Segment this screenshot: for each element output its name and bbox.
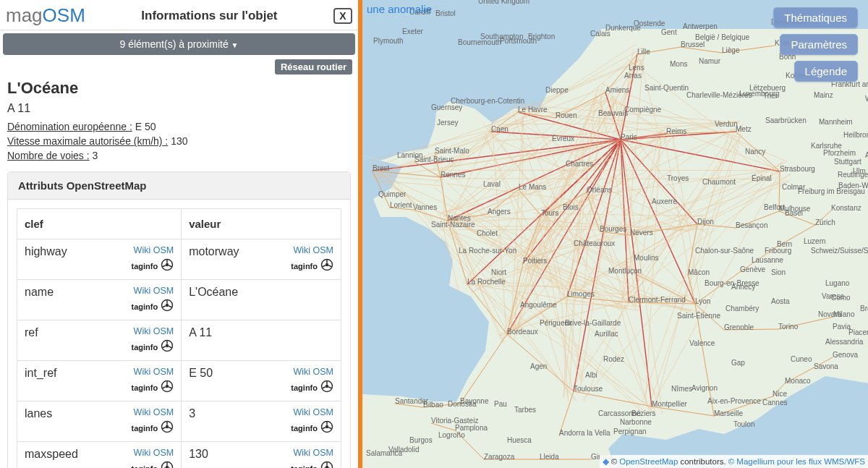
city-label: Troyes xyxy=(667,174,689,182)
wiki-osm-link[interactable]: Wiki OSM xyxy=(293,245,333,255)
app-logo[interactable]: magOSM xyxy=(6,4,85,27)
card-header[interactable]: Attributs OpenStreetMap xyxy=(8,172,350,200)
city-label: Poitiers xyxy=(523,257,547,265)
city-label: Gent xyxy=(661,28,677,36)
city-label: Montluçon xyxy=(608,267,642,275)
city-label: Grenoble xyxy=(724,323,754,331)
map-viewport[interactable]: ParisBordeauxToulouseNantesRennesBrestCa… xyxy=(362,0,868,468)
city-label: Nancy xyxy=(745,148,765,156)
city-label: Aix-en-Provence xyxy=(707,397,761,405)
taginfo-link[interactable]: taginfo xyxy=(291,424,318,433)
magellium-link[interactable]: © Magellium pour les flux WMS/WFS xyxy=(728,457,865,466)
close-button[interactable]: X xyxy=(333,8,352,24)
wiki-osm-link[interactable]: Wiki OSM xyxy=(134,407,174,417)
layer-badge: Réseau routier xyxy=(275,59,352,75)
steering-wheel-icon[interactable] xyxy=(320,420,333,435)
city-label: Évreux xyxy=(552,134,574,142)
legend-button[interactable]: Légende xyxy=(794,61,858,82)
wiki-osm-link[interactable]: Wiki OSM xyxy=(293,448,333,458)
city-label: Bourg-en-Bresse xyxy=(705,279,760,287)
anomaly-link[interactable]: une anomalie xyxy=(367,3,432,15)
taginfo-link[interactable]: taginfo xyxy=(291,262,318,271)
city-label: Chambéry xyxy=(726,305,759,312)
taginfo-link[interactable]: taginfo xyxy=(132,424,158,433)
table-row: nameWiki OSMtaginfoL'Océane xyxy=(17,280,341,320)
city-label: Lugano xyxy=(825,279,850,287)
parameters-button[interactable]: Paramètres xyxy=(780,34,858,55)
table-row: int_refWiki OSMtaginfoE 50Wiki OSMtaginf… xyxy=(17,361,341,401)
city-label: Narbonne xyxy=(620,418,652,426)
tag-value: E 50 xyxy=(189,367,213,380)
taginfo-link[interactable]: taginfo xyxy=(132,464,158,469)
nearby-dropdown[interactable]: 9 élément(s) à proximité ▼ xyxy=(3,33,355,55)
tag-value: A 11 xyxy=(189,326,212,339)
city-label: Baden-Württemberg xyxy=(838,182,868,190)
steering-wheel-icon[interactable] xyxy=(161,339,174,354)
city-label: Cuneo xyxy=(791,355,812,363)
taginfo-link[interactable]: taginfo xyxy=(291,383,318,392)
taginfo-link[interactable]: taginfo xyxy=(132,383,158,392)
city-label: Varese xyxy=(822,292,844,300)
city-label: Lens xyxy=(629,64,644,72)
wiki-osm-link[interactable]: Wiki OSM xyxy=(134,367,174,377)
taginfo-link[interactable]: taginfo xyxy=(132,302,158,311)
city-label: Brive-la-Gaillarde xyxy=(565,319,621,327)
steering-wheel-icon[interactable] xyxy=(320,258,333,273)
steering-wheel-icon[interactable] xyxy=(320,461,333,468)
steering-wheel-icon[interactable] xyxy=(161,299,174,314)
wiki-osm-link[interactable]: Wiki OSM xyxy=(134,286,174,296)
city-label: Lleida xyxy=(540,453,559,461)
wiki-osm-link[interactable]: Wiki OSM xyxy=(134,448,174,458)
steering-wheel-icon[interactable] xyxy=(161,380,174,395)
themes-button[interactable]: Thématiques xyxy=(773,7,858,28)
city-label: Dunkerque xyxy=(605,24,641,32)
steering-wheel-icon[interactable] xyxy=(161,420,174,435)
osm-attributes-card: Attributs OpenStreetMap clef valeur high… xyxy=(7,171,351,468)
svg-point-1 xyxy=(166,263,169,267)
city-label: Jersey xyxy=(437,119,458,127)
wiki-osm-link[interactable]: Wiki OSM xyxy=(293,407,333,417)
city-label: Lyon xyxy=(695,297,710,305)
city-label: Mainz xyxy=(814,91,833,99)
city-label: Novara xyxy=(818,310,842,318)
city-label: Brescia xyxy=(860,305,868,312)
city-label: Clermont-Ferrand xyxy=(629,296,686,304)
steering-wheel-icon[interactable] xyxy=(320,380,333,395)
city-label: Avignon xyxy=(692,384,718,392)
city-label: Genève xyxy=(740,265,765,273)
city-label: Chalon-sur-Saône xyxy=(695,247,754,255)
city-label: Donostia xyxy=(448,400,477,408)
table-row: maxspeedWiki OSMtaginfo130Wiki OSMtaginf… xyxy=(17,442,341,469)
city-label: Mannheim xyxy=(819,118,853,126)
tags-table: clef valeur highwayWiki OSMtaginfomotorw… xyxy=(17,208,341,468)
taginfo-link[interactable]: taginfo xyxy=(132,262,158,271)
city-label: Lausanne xyxy=(752,256,783,264)
steering-wheel-icon[interactable] xyxy=(161,461,174,468)
city-label: Zürich xyxy=(815,218,835,226)
city-label: Blois xyxy=(563,203,579,211)
city-label: Plymouth xyxy=(373,37,404,45)
panel-content[interactable]: L'Océane A 11 Dénomination européenne : … xyxy=(0,79,358,468)
city-label: Albi xyxy=(585,371,597,379)
wiki-osm-link[interactable]: Wiki OSM xyxy=(134,245,174,255)
wiki-osm-link[interactable]: Wiki OSM xyxy=(134,326,174,336)
svg-point-3 xyxy=(326,263,329,267)
osm-link[interactable]: OpenStreetMap xyxy=(619,457,678,466)
city-label: Verdun xyxy=(715,120,738,128)
city-label: Fribourg xyxy=(765,247,791,255)
wiki-osm-link[interactable]: Wiki OSM xyxy=(293,367,333,377)
city-label: Valence xyxy=(689,339,715,347)
city-label: Le Mans xyxy=(519,183,546,191)
svg-point-7 xyxy=(166,344,169,348)
city-label: Chartres xyxy=(566,160,593,168)
city-label: Nice xyxy=(773,390,787,398)
taginfo-link[interactable]: taginfo xyxy=(132,343,158,352)
city-label: Lorient xyxy=(390,201,412,209)
steering-wheel-icon[interactable] xyxy=(161,258,174,273)
city-label: Trier xyxy=(763,92,778,100)
city-label: Chaumont xyxy=(702,178,736,186)
city-label: Piacenza xyxy=(848,328,868,336)
city-label: Bordeaux xyxy=(507,328,538,336)
city-label: Calais xyxy=(590,30,610,38)
taginfo-link[interactable]: taginfo xyxy=(291,464,318,469)
